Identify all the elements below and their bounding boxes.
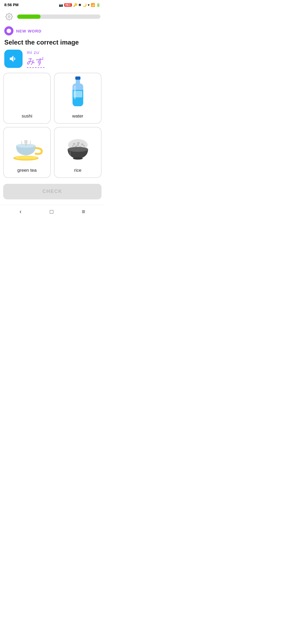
settings-icon[interactable] <box>4 12 14 21</box>
instruction-text: Select the correct image <box>0 36 105 50</box>
camera-icon: 📷 <box>59 3 63 7</box>
svg-point-21 <box>72 145 74 147</box>
word-text-block: mi zu◦ みず <box>27 50 45 68</box>
key-icon: 🔑 <box>73 3 77 7</box>
water-image-area <box>57 76 99 111</box>
svg-point-17 <box>77 142 80 144</box>
image-grid: sushi water <box>0 73 105 182</box>
bluetooth-icon: ✱ <box>78 3 81 7</box>
sushi-image-area <box>6 76 48 111</box>
svg-point-24 <box>67 147 88 152</box>
status-time: 8:56 PM <box>4 3 19 7</box>
word-card: mi zu◦ みず <box>0 50 105 73</box>
svg-rect-8 <box>73 91 82 97</box>
check-button-container: CHECK <box>0 182 105 205</box>
water-card[interactable]: water <box>54 73 102 124</box>
status-bar: 8:56 PM 📷 REC 🔑 ✱ 🌙 ▾ 📶 🔋 <box>0 0 105 10</box>
sushi-card[interactable]: sushi <box>3 73 51 124</box>
svg-rect-3 <box>76 80 80 83</box>
nav-bar: ‹ □ ≡ <box>0 205 105 219</box>
svg-point-16 <box>73 143 75 145</box>
svg-point-25 <box>73 157 82 159</box>
svg-point-22 <box>83 145 85 147</box>
svg-point-23 <box>77 144 79 146</box>
moon-icon: 🌙 <box>82 3 87 7</box>
speaker-button[interactable] <box>4 50 23 68</box>
rice-image-area <box>57 131 99 166</box>
status-icons: 📷 REC 🔑 ✱ 🌙 ▾ 📶 🔋 <box>59 3 100 7</box>
svg-point-10 <box>15 156 37 159</box>
header-row <box>0 10 105 24</box>
back-button[interactable]: ‹ <box>15 206 26 217</box>
rec-badge: REC <box>64 3 72 7</box>
wifi-icon: 📶 <box>91 3 95 7</box>
check-button[interactable]: CHECK <box>3 184 102 199</box>
rice-label: rice <box>74 168 81 173</box>
green-tea-card[interactable]: green tea <box>3 127 51 178</box>
progress-fill <box>17 14 41 19</box>
new-word-row: NEW WORD <box>0 24 105 36</box>
word-japanese: みず <box>27 56 45 68</box>
signal-icon: ▾ <box>88 3 90 7</box>
home-button[interactable]: □ <box>46 206 58 217</box>
rice-card[interactable]: rice <box>54 127 102 178</box>
sushi-label: sushi <box>22 114 32 119</box>
svg-point-18 <box>81 144 83 145</box>
new-word-label: NEW WORD <box>16 29 42 33</box>
battery-icon: 🔋 <box>96 3 100 7</box>
word-romanji: mi zu◦ <box>27 50 45 55</box>
new-word-icon <box>4 26 13 35</box>
green-tea-label: green tea <box>17 168 37 173</box>
green-tea-image-area <box>6 131 48 166</box>
progress-bar <box>17 14 100 19</box>
svg-point-0 <box>8 16 10 18</box>
svg-rect-2 <box>75 76 80 80</box>
water-label: water <box>72 114 84 119</box>
menu-button[interactable]: ≡ <box>77 206 89 217</box>
